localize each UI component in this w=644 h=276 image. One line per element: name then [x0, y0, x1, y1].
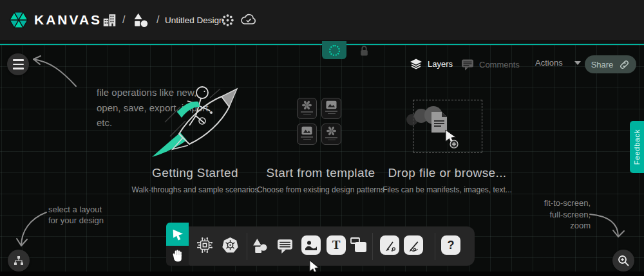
circuit-icon	[196, 236, 214, 254]
toolbar-divider	[435, 233, 435, 260]
toolbar-divider	[247, 233, 247, 260]
kanvas-logo-icon	[9, 10, 28, 30]
design-name[interactable]: Untitled Design	[165, 0, 224, 40]
pinwheel-icon	[327, 126, 336, 136]
kubernetes-tool-button[interactable]	[220, 235, 240, 255]
file-menu-button[interactable]	[7, 53, 29, 75]
design-canvas[interactable]: file operations like new, open, save, ex…	[0, 40, 644, 276]
hand-icon	[172, 250, 183, 262]
chevron-down-icon	[574, 61, 581, 65]
app-logo[interactable]: KANVAS	[9, 10, 102, 30]
select-tool-button[interactable]	[166, 223, 189, 246]
text-tool-glyph: T	[332, 238, 341, 252]
comments-button[interactable]: Comments	[461, 58, 520, 71]
template-thumb[interactable]	[321, 124, 341, 145]
breadcrumb-workspace[interactable]	[133, 0, 149, 40]
app-logo-text: KANVAS	[34, 12, 102, 28]
comments-icon	[461, 58, 474, 71]
drop-file-card[interactable]: Drop file or browse... Files can be mani…	[381, 82, 513, 198]
breadcrumb-separator: /	[122, 0, 125, 40]
layers-label: Layers	[428, 59, 453, 69]
link-icon	[619, 59, 630, 70]
pen-icon	[383, 238, 397, 252]
layers-icon	[410, 58, 422, 70]
file-drop-icon	[403, 104, 480, 149]
template-thumbnails	[297, 98, 341, 145]
template-thumb[interactable]	[321, 98, 341, 119]
cursor-arrow-icon	[171, 227, 185, 241]
image-icon	[326, 100, 337, 109]
actions-label: Actions	[535, 58, 563, 68]
kubernetes-helm-icon	[222, 237, 239, 254]
toolbar-divider	[372, 233, 373, 260]
tools-bar: T	[189, 226, 475, 266]
rocket-doodle-icon	[147, 82, 243, 162]
actions-dropdown[interactable]: Actions	[535, 58, 581, 68]
template-thumb[interactable]	[297, 98, 317, 119]
getting-started-subtitle: Walk-throughs and sample scenarios	[131, 185, 260, 194]
tab-design-mode[interactable]	[322, 41, 346, 59]
shapes-icon	[133, 12, 149, 28]
template-title: Start from template	[256, 166, 385, 180]
pencil-scribble-icon	[406, 238, 421, 252]
help-tool-button[interactable]: ?	[441, 235, 460, 255]
mesh-dots-icon	[220, 13, 235, 28]
mesh-sync-button[interactable]	[220, 0, 235, 40]
kanvas-app: KANVAS / / Untitled Design	[0, 0, 644, 276]
image-icon	[301, 126, 312, 135]
zoom-in-icon	[617, 254, 630, 267]
cloud-save-status[interactable]	[240, 0, 257, 40]
shapes-tool-button[interactable]	[250, 235, 269, 255]
lock-icon	[359, 43, 370, 59]
comment-tool-button[interactable]	[275, 235, 294, 255]
drop-file-title: Drop file or browse...	[381, 166, 513, 180]
layout-tree-icon	[13, 255, 24, 266]
pan-tool-button[interactable]	[166, 246, 189, 266]
layers-button[interactable]: Layers	[410, 58, 453, 70]
annotation-zoom-controls: fit-to-screen, full-screen, zoom	[544, 198, 591, 232]
image-tool-button[interactable]	[301, 235, 321, 255]
share-button[interactable]: Share	[585, 55, 636, 73]
help-glyph: ?	[448, 239, 455, 252]
comment-icon	[276, 237, 294, 254]
layout-selector-button[interactable]	[8, 250, 30, 271]
drop-file-subtitle: Files can be manifests, images, text...	[381, 185, 513, 194]
template-thumb[interactable]	[297, 124, 317, 145]
sketch-tool-button[interactable]	[404, 235, 423, 255]
text-tool-button[interactable]: T	[327, 235, 346, 255]
image-icon	[304, 238, 318, 252]
cloud-check-icon	[240, 12, 257, 28]
feedback-label: Feedback	[633, 129, 641, 165]
shapes-icon	[251, 237, 269, 254]
node-tool-button[interactable]	[349, 235, 368, 255]
menu-bar	[13, 64, 24, 65]
header-bar: KANVAS / / Untitled Design	[0, 0, 644, 40]
pen-tool-button[interactable]	[380, 235, 399, 255]
canvas-bottom-strip	[0, 271, 644, 276]
pinwheel-icon	[302, 100, 312, 110]
template-subtitle: Choose from existing design patterns	[256, 185, 385, 194]
tab-visualize-mode[interactable]	[359, 43, 370, 61]
feedback-tab[interactable]: Feedback	[630, 121, 644, 173]
breadcrumb-separator-2: /	[156, 0, 159, 40]
organization-icon	[102, 12, 117, 28]
menu-bar	[13, 68, 24, 69]
zoom-button[interactable]	[612, 250, 634, 271]
breadcrumb-org[interactable]	[102, 0, 117, 40]
getting-started-title: Getting Started	[131, 166, 260, 180]
start-from-template-card[interactable]: Start from template Choose from existing…	[256, 82, 385, 198]
comments-label: Comments	[479, 60, 520, 69]
component-tool-button[interactable]	[195, 235, 214, 255]
annotation-select-layout: select a layout for your design	[48, 204, 104, 226]
getting-started-card[interactable]: Getting Started Walk-throughs and sample…	[131, 82, 260, 198]
design-mode-icon	[329, 45, 340, 56]
menu-bar	[13, 59, 24, 60]
layered-card-icon	[350, 236, 368, 255]
share-label: Share	[591, 60, 614, 69]
